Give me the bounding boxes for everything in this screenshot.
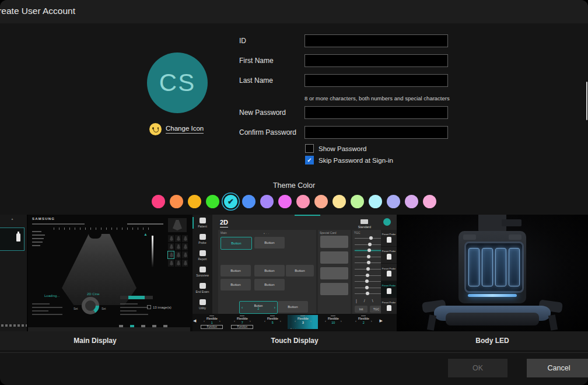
- new-password-input[interactable]: [304, 106, 448, 119]
- preset-probe-item[interactable]: Preset Probe: [381, 281, 397, 298]
- tgc-slider[interactable]: [355, 274, 383, 277]
- thumbnail-cell[interactable]: [168, 243, 174, 250]
- touch-sidebar: Patient Probe Report Sonoview End Exam U…: [192, 215, 212, 315]
- tgc-slider[interactable]: [355, 243, 383, 246]
- first-name-input[interactable]: [304, 54, 448, 67]
- avatar-initials: CS: [159, 69, 195, 97]
- tgc-slider[interactable]: [355, 267, 383, 271]
- touch-sidebar-item[interactable]: Patient: [192, 215, 212, 231]
- id-input[interactable]: [304, 34, 448, 47]
- theme-color-swatch[interactable]: ✔: [224, 195, 237, 208]
- thumbnail-cell[interactable]: [175, 243, 181, 250]
- stepper-left-icon[interactable]: ‹: [242, 306, 243, 310]
- probe-slot-led: [509, 248, 520, 286]
- touch-button[interactable]: Button: [286, 265, 314, 276]
- tgc-slider[interactable]: [355, 236, 383, 240]
- theme-color-swatch[interactable]: ✔: [188, 195, 201, 208]
- function-button[interactable]: Function: [201, 325, 223, 329]
- cancel-button[interactable]: Cancel: [527, 359, 588, 377]
- touch-button[interactable]: Button: [220, 237, 252, 250]
- tgc-slider[interactable]: [355, 249, 383, 252]
- thumbnail-cell[interactable]: [182, 251, 188, 258]
- theme-color-swatch[interactable]: ✔: [296, 195, 310, 208]
- theme-color-swatch[interactable]: ✔: [369, 195, 382, 208]
- show-password-row[interactable]: Show Password: [305, 144, 366, 153]
- theme-color-swatch[interactable]: ✔: [332, 195, 346, 208]
- ok-button[interactable]: OK: [448, 359, 508, 377]
- theme-color-swatch[interactable]: ✔: [152, 195, 165, 208]
- body-led-preview[interactable]: [397, 215, 588, 331]
- skip-password-row[interactable]: ✓ Skip Password at Sign-in: [305, 156, 393, 164]
- touch-display-preview[interactable]: Patient Probe Report Sonoview End Exam U…: [192, 215, 397, 331]
- show-password-checkbox[interactable]: [305, 144, 314, 153]
- touch-button[interactable]: Button: [254, 265, 285, 276]
- main-display-preview[interactable]: SAMSUNG ▲ Loading... 2D Cine Set Set: [28, 215, 190, 331]
- thumbnail-cell[interactable]: [168, 260, 174, 267]
- tgc-slider[interactable]: [355, 286, 383, 289]
- tgc-slider[interactable]: [355, 279, 383, 283]
- theme-color-swatch[interactable]: ✔: [260, 195, 274, 208]
- theme-color-swatch[interactable]: ✔: [405, 195, 418, 208]
- preset-probe-item[interactable]: Preset Probe: [381, 298, 397, 315]
- last-name-input[interactable]: [304, 74, 448, 87]
- touch-button[interactable]: Button: [254, 237, 285, 249]
- dialog-title: Create User Account: [0, 6, 75, 16]
- thumbnail-cell[interactable]: [182, 243, 188, 250]
- touch-button[interactable]: Button: [254, 279, 285, 290]
- tgc-slider[interactable]: [355, 261, 383, 264]
- theme-color-swatch[interactable]: ✔: [387, 195, 400, 208]
- thumbnail-cell[interactable]: [168, 251, 174, 258]
- thumbnail-cell[interactable]: [182, 260, 188, 267]
- probe-icon: [387, 305, 391, 311]
- preset-probe-item[interactable]: Preset Probe: [381, 264, 397, 281]
- init-button[interactable]: Init: [355, 306, 368, 313]
- change-icon-control[interactable]: Change Icon: [149, 123, 204, 135]
- confirm-password-input[interactable]: [304, 126, 448, 139]
- tgc-slider[interactable]: [355, 292, 383, 295]
- special-card-button[interactable]: [320, 283, 348, 295]
- theme-color-swatch[interactable]: ✔: [278, 195, 292, 208]
- special-card-button[interactable]: [320, 251, 348, 264]
- flexible-page-item[interactable]: ‹ Flexible5 ›: [257, 315, 288, 329]
- touch-sidebar-item[interactable]: Utility: [192, 296, 212, 313]
- flexible-page-item[interactable]: ‹ Flexible7 › Function: [227, 315, 257, 329]
- flexible-page-item[interactable]: ‹ Flexible1 › Function: [197, 315, 227, 329]
- change-icon-link[interactable]: Change Icon: [166, 125, 204, 134]
- thumbnail-cell[interactable]: [168, 235, 174, 242]
- preset-probe-item[interactable]: Preset Probe: [381, 247, 397, 264]
- touch-button[interactable]: Button: [220, 265, 251, 276]
- special-card-button[interactable]: [320, 267, 348, 279]
- touch-sidebar-item[interactable]: Probe: [192, 231, 212, 247]
- touch-sidebar-item[interactable]: Report: [192, 247, 212, 264]
- touch-sidebar-item[interactable]: End Exam: [192, 280, 212, 296]
- thumbnail-cell[interactable]: [175, 235, 181, 242]
- skip-password-checkbox[interactable]: ✓: [305, 156, 314, 164]
- standard-selector[interactable]: Standard: [358, 219, 371, 229]
- user-avatar-mini[interactable]: [383, 218, 391, 226]
- flexible-page-item[interactable]: ‹ Flexible2 ›: [348, 315, 379, 329]
- theme-color-swatch[interactable]: ✔: [314, 195, 328, 208]
- preset-probe-item[interactable]: Preset Probe: [381, 230, 397, 247]
- theme-color-swatch[interactable]: ✔: [242, 195, 256, 208]
- page-right-icon[interactable]: ▶: [379, 318, 382, 323]
- scrollbar-thumb[interactable]: [586, 82, 587, 120]
- theme-color-swatch[interactable]: ✔: [351, 195, 364, 208]
- flexible-page-item[interactable]: ‹ Flexible10 ›: [318, 315, 348, 329]
- touch-button[interactable]: Button: [220, 279, 251, 290]
- touch-button[interactable]: Button: [278, 301, 308, 313]
- set-right-label: Set: [102, 307, 106, 310]
- sidebar-glyph-icon: [200, 267, 206, 272]
- function-button[interactable]: Function: [231, 325, 253, 329]
- tgc-slider[interactable]: [355, 255, 383, 258]
- thumbnail-cell[interactable]: [182, 235, 188, 242]
- touch-sidebar-item[interactable]: Sonoview: [192, 264, 212, 280]
- special-card-button[interactable]: [320, 236, 348, 248]
- theme-color-swatch[interactable]: ✔: [170, 195, 183, 208]
- stepper-right-icon[interactable]: ›: [274, 306, 275, 310]
- thumbnail-cell[interactable]: [175, 260, 181, 267]
- button-stepper[interactable]: ‹ Button2 ›: [239, 301, 278, 314]
- page-left-icon[interactable]: ◀: [193, 318, 196, 323]
- theme-color-swatch[interactable]: ✔: [206, 195, 219, 208]
- thumbnail-cell[interactable]: [175, 251, 181, 258]
- theme-color-swatch[interactable]: ✔: [423, 195, 436, 208]
